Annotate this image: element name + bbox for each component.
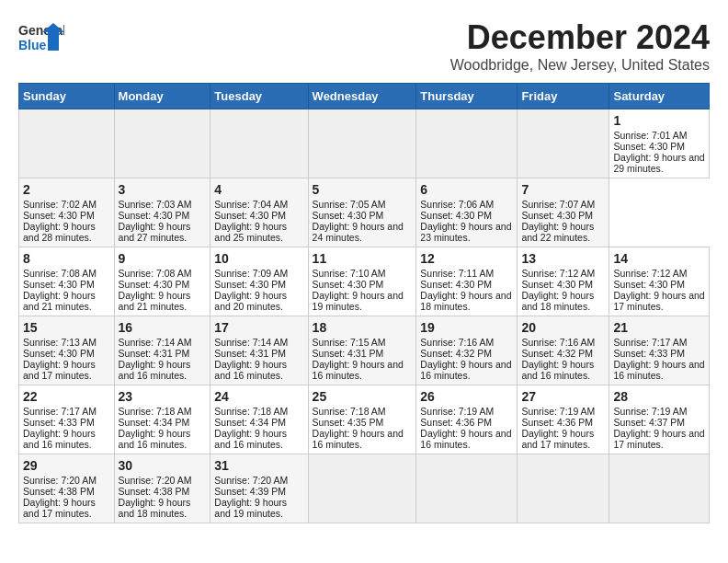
daylight-text: Daylight: 9 hours and 19 minutes. [313, 290, 404, 312]
calendar-cell [308, 454, 416, 523]
sunset-text: Sunset: 4:30 PM [119, 279, 190, 290]
sunrise-text: Sunrise: 7:14 AM [214, 337, 288, 348]
daylight-text: Daylight: 9 hours and 19 minutes. [214, 497, 287, 519]
calendar-cell: 9Sunrise: 7:08 AMSunset: 4:30 PMDaylight… [114, 247, 210, 316]
sunrise-text: Sunrise: 7:16 AM [521, 337, 595, 348]
sunset-text: Sunset: 4:34 PM [119, 417, 190, 428]
day-number: 20 [521, 320, 605, 335]
weekday-header-row: SundayMondayTuesdayWednesdayThursdayFrid… [19, 84, 710, 109]
sunset-text: Sunset: 4:30 PM [613, 279, 685, 290]
sunrise-text: Sunrise: 7:19 AM [613, 406, 687, 417]
calendar-cell: 20Sunrise: 7:16 AMSunset: 4:32 PMDayligh… [518, 316, 609, 385]
daylight-text: Daylight: 9 hours and 21 minutes. [23, 290, 96, 312]
day-number: 22 [23, 389, 110, 404]
calendar-cell: 7Sunrise: 7:07 AMSunset: 4:30 PMDaylight… [518, 178, 609, 247]
calendar-cell: 4Sunrise: 7:04 AMSunset: 4:30 PMDaylight… [210, 178, 308, 247]
weekday-header-tuesday: Tuesday [210, 84, 308, 109]
sunset-text: Sunset: 4:35 PM [313, 417, 384, 428]
daylight-text: Daylight: 9 hours and 17 minutes. [613, 428, 704, 450]
daylight-text: Daylight: 9 hours and 27 minutes. [119, 221, 191, 243]
sunrise-text: Sunrise: 7:09 AM [214, 268, 288, 279]
sunrise-text: Sunrise: 7:18 AM [119, 406, 192, 417]
weekday-header-wednesday: Wednesday [308, 84, 416, 109]
calendar-cell: 14Sunrise: 7:12 AMSunset: 4:30 PMDayligh… [609, 247, 710, 316]
calendar-cell: 28Sunrise: 7:19 AMSunset: 4:37 PMDayligh… [609, 385, 710, 454]
calendar-cell: 21Sunrise: 7:17 AMSunset: 4:33 PMDayligh… [609, 316, 710, 385]
daylight-text: Daylight: 9 hours and 29 minutes. [613, 152, 704, 174]
day-number: 1 [613, 113, 705, 128]
sunset-text: Sunset: 4:30 PM [420, 210, 492, 221]
calendar-cell: 3Sunrise: 7:03 AMSunset: 4:30 PMDaylight… [114, 178, 210, 247]
calendar-cell: 6Sunrise: 7:06 AMSunset: 4:30 PMDaylight… [416, 178, 518, 247]
sunrise-text: Sunrise: 7:19 AM [420, 406, 494, 417]
sunset-text: Sunset: 4:30 PM [214, 279, 286, 290]
calendar-cell: 12Sunrise: 7:11 AMSunset: 4:30 PMDayligh… [416, 247, 518, 316]
sunset-text: Sunset: 4:30 PM [313, 210, 384, 221]
sunset-text: Sunset: 4:30 PM [23, 279, 95, 290]
sunrise-text: Sunrise: 7:18 AM [214, 406, 288, 417]
sunrise-text: Sunrise: 7:13 AM [23, 337, 97, 348]
sunrise-text: Sunrise: 7:14 AM [119, 337, 192, 348]
day-number: 2 [23, 182, 110, 197]
day-number: 29 [23, 458, 110, 473]
day-number: 3 [119, 182, 207, 197]
daylight-text: Daylight: 9 hours and 22 minutes. [521, 221, 594, 243]
day-number: 23 [119, 389, 207, 404]
daylight-text: Daylight: 9 hours and 21 minutes. [119, 290, 191, 312]
daylight-text: Daylight: 9 hours and 18 minutes. [119, 497, 191, 519]
sunset-text: Sunset: 4:30 PM [521, 279, 593, 290]
day-number: 27 [521, 389, 605, 404]
calendar-cell [210, 109, 308, 178]
sunrise-text: Sunrise: 7:10 AM [313, 268, 386, 279]
daylight-text: Daylight: 9 hours and 16 minutes. [214, 428, 287, 450]
sunrise-text: Sunrise: 7:19 AM [521, 406, 595, 417]
sunrise-text: Sunrise: 7:04 AM [214, 199, 288, 210]
sunset-text: Sunset: 4:37 PM [613, 417, 685, 428]
calendar-cell [114, 109, 210, 178]
sunrise-text: Sunrise: 7:12 AM [613, 268, 687, 279]
daylight-text: Daylight: 9 hours and 17 minutes. [23, 497, 96, 519]
logo: General Blue [18, 18, 68, 55]
sunset-text: Sunset: 4:30 PM [313, 279, 384, 290]
daylight-text: Daylight: 9 hours and 16 minutes. [119, 359, 191, 381]
sunrise-text: Sunrise: 7:18 AM [313, 406, 386, 417]
calendar-cell: 30Sunrise: 7:20 AMSunset: 4:38 PMDayligh… [114, 454, 210, 523]
sunrise-text: Sunrise: 7:08 AM [119, 268, 192, 279]
calendar-week-1: 2Sunrise: 7:02 AMSunset: 4:30 PMDaylight… [19, 178, 710, 247]
page-title: December 2024 [450, 18, 710, 57]
calendar-cell: 8Sunrise: 7:08 AMSunset: 4:30 PMDaylight… [19, 247, 115, 316]
daylight-text: Daylight: 9 hours and 16 minutes. [313, 428, 404, 450]
daylight-text: Daylight: 9 hours and 16 minutes. [521, 359, 594, 381]
sunrise-text: Sunrise: 7:17 AM [23, 406, 97, 417]
sunrise-text: Sunrise: 7:07 AM [521, 199, 595, 210]
calendar-cell: 17Sunrise: 7:14 AMSunset: 4:31 PMDayligh… [210, 316, 308, 385]
sunrise-text: Sunrise: 7:06 AM [420, 199, 494, 210]
sunset-text: Sunset: 4:34 PM [214, 417, 286, 428]
daylight-text: Daylight: 9 hours and 18 minutes. [521, 290, 594, 312]
day-number: 15 [23, 320, 110, 335]
daylight-text: Daylight: 9 hours and 16 minutes. [214, 359, 287, 381]
day-number: 16 [119, 320, 207, 335]
sunrise-text: Sunrise: 7:12 AM [521, 268, 595, 279]
calendar-cell: 27Sunrise: 7:19 AMSunset: 4:36 PMDayligh… [518, 385, 609, 454]
sunrise-text: Sunrise: 7:05 AM [313, 199, 386, 210]
weekday-header-sunday: Sunday [19, 84, 115, 109]
calendar-cell: 25Sunrise: 7:18 AMSunset: 4:35 PMDayligh… [308, 385, 416, 454]
day-number: 13 [521, 251, 605, 266]
daylight-text: Daylight: 9 hours and 17 minutes. [521, 428, 594, 450]
day-number: 19 [420, 320, 513, 335]
calendar-cell: 5Sunrise: 7:05 AMSunset: 4:30 PMDaylight… [308, 178, 416, 247]
daylight-text: Daylight: 9 hours and 16 minutes. [613, 359, 704, 381]
daylight-text: Daylight: 9 hours and 16 minutes. [119, 428, 191, 450]
calendar-cell [609, 454, 710, 523]
daylight-text: Daylight: 9 hours and 24 minutes. [313, 221, 404, 243]
daylight-text: Daylight: 9 hours and 17 minutes. [23, 359, 96, 381]
calendar-cell [518, 454, 609, 523]
sunrise-text: Sunrise: 7:11 AM [420, 268, 494, 279]
sunset-text: Sunset: 4:30 PM [521, 210, 593, 221]
logo-icon: General Blue [18, 18, 64, 55]
calendar-cell: 24Sunrise: 7:18 AMSunset: 4:34 PMDayligh… [210, 385, 308, 454]
daylight-text: Daylight: 9 hours and 28 minutes. [23, 221, 96, 243]
sunset-text: Sunset: 4:30 PM [613, 141, 685, 152]
calendar-cell: 26Sunrise: 7:19 AMSunset: 4:36 PMDayligh… [416, 385, 518, 454]
